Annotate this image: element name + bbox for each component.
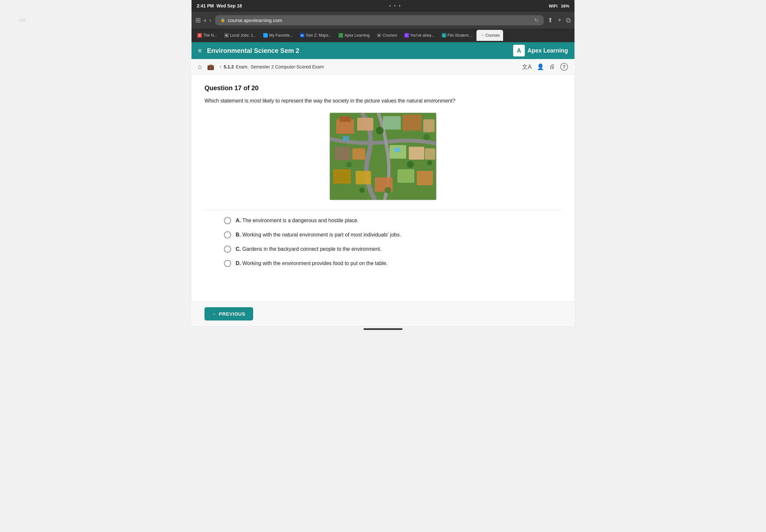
lock-icon: 🔒 — [220, 18, 225, 22]
svg-point-20 — [423, 134, 430, 140]
answer-choice-c[interactable]: C. Gardens in the backyard connect peopl… — [224, 245, 542, 253]
translate-icon[interactable]: 文A — [522, 63, 532, 71]
radio-b[interactable] — [224, 231, 231, 238]
browser-actions[interactable]: ⬆ + ⧉ — [548, 16, 571, 24]
radio-c[interactable] — [224, 246, 231, 253]
svg-rect-15 — [356, 171, 371, 185]
tab-apex-learning[interactable]: 🌿 Apex Learning — [335, 30, 372, 41]
question-text-after: likely to represent the way the society … — [261, 98, 456, 103]
wifi-icon: WiFi — [549, 4, 558, 8]
tab-label: Courses — [383, 33, 397, 38]
briefcase-button[interactable]: 💼 — [207, 63, 214, 70]
new-tab-icon[interactable]: + — [558, 17, 562, 24]
header-left: ≡ Environmental Science Sem 2 — [198, 47, 299, 54]
breadcrumb-title: Semester 2 Computer-Scored Exam — [250, 64, 324, 69]
tab-label: My Favorite... — [269, 33, 293, 38]
svg-point-19 — [376, 127, 384, 135]
reload-button[interactable]: ↻ — [534, 17, 539, 23]
apex-logo-icon: A — [513, 45, 525, 56]
tab-courses-active[interactable]: ✕ Courses — [477, 30, 503, 41]
status-icons: WiFi 16% — [549, 4, 569, 8]
apex-logo-text: Apex Learning — [528, 47, 568, 54]
tab-label: Apex Learning — [344, 33, 369, 38]
tab-youve-already[interactable]: ≡ You've alrea... — [401, 30, 438, 41]
previous-button[interactable]: ← PREVIOUS — [204, 307, 253, 320]
browser-chrome: ⊞ ‹ › 🔒 course.apexlearning.com AA ↻ ⬆ +… — [191, 12, 575, 29]
svg-point-21 — [407, 161, 414, 168]
aerial-image — [329, 113, 437, 200]
home-button[interactable]: ⌂ — [198, 63, 202, 70]
browser-controls[interactable]: ⊞ ‹ › — [195, 16, 211, 24]
url-display: course.apexlearning.com — [228, 18, 282, 23]
sub-header-right: 文A 👤 🖨 ? — [522, 63, 568, 71]
tab-gen-z[interactable]: BI Gen Z: Major... — [297, 30, 334, 41]
sub-header-left: ⌂ 💼 ↑ 5.1.2 Exam: Semester 2 Computer-Sc… — [198, 63, 324, 70]
tab-label: Filo Student:... — [448, 33, 473, 38]
tabs-bar: G The N... N Local Jobs: 1... → My Favor… — [191, 29, 575, 42]
choice-content-a: The environment is a dangerous and hosti… — [242, 218, 358, 223]
forward-button[interactable]: › — [209, 17, 211, 24]
apex-logo: A Apex Learning — [513, 45, 568, 56]
question-header: Question 17 of 20 — [204, 84, 562, 92]
svg-rect-2 — [339, 116, 351, 122]
date-display: Wed Sep 18 — [216, 3, 242, 8]
svg-rect-14 — [333, 169, 351, 184]
audio-icon[interactable]: 👤 — [537, 63, 544, 70]
tab-label: The N... — [203, 33, 217, 38]
choice-text-b: B. Working with the natural environment … — [236, 231, 401, 239]
dots-indicator: • • • — [389, 3, 401, 8]
answer-choice-a[interactable]: A. The environment is a dangerous and ho… — [224, 217, 542, 224]
print-icon[interactable]: 🖨 — [549, 63, 555, 70]
choice-text-a: A. The environment is a dangerous and ho… — [236, 217, 359, 224]
back-button[interactable]: ‹ — [204, 17, 206, 24]
tab-label: You've alrea... — [410, 33, 435, 38]
main-content: Question 17 of 20 Which statement is mos… — [191, 75, 575, 302]
help-icon[interactable]: ? — [560, 63, 568, 71]
battery-icon: 16% — [561, 4, 569, 8]
svg-rect-4 — [383, 116, 401, 130]
course-title: Environmental Science Sem 2 — [207, 47, 299, 54]
menu-icon[interactable]: ≡ — [198, 47, 202, 54]
choice-letter-c: C. — [236, 246, 242, 252]
tab-filo[interactable]: To Filo Student:... — [439, 30, 476, 41]
svg-rect-5 — [403, 115, 422, 131]
svg-rect-3 — [357, 118, 373, 131]
choice-content-d: Working with the environment provides fo… — [242, 260, 388, 266]
svg-rect-11 — [425, 148, 435, 160]
divider — [204, 210, 562, 210]
breadcrumb: ↑ 5.1.2 Exam: Semester 2 Computer-Scored… — [219, 64, 323, 69]
breadcrumb-arrow: ↑ — [219, 64, 222, 69]
choice-letter-d: D. — [236, 260, 242, 266]
choice-content-b: Working with the natural environment is … — [242, 232, 401, 237]
aerial-image-container — [204, 113, 562, 200]
question-italic: most — [250, 98, 261, 103]
answer-choice-b[interactable]: B. Working with the natural environment … — [224, 231, 542, 239]
tab-close-icon[interactable]: ✕ — [481, 33, 484, 38]
svg-rect-17 — [398, 169, 415, 183]
question-text: Which statement is most likely to repres… — [204, 97, 562, 105]
tab-label: Local Jobs: 1... — [230, 33, 256, 38]
breadcrumb-type: Exam: — [236, 64, 249, 69]
tab-label: Courses — [485, 33, 500, 38]
share-icon[interactable]: ⬆ — [548, 16, 553, 24]
radio-d[interactable] — [224, 260, 231, 267]
tab-my-favorite[interactable]: → My Favorite... — [260, 30, 296, 41]
answer-choice-d[interactable]: D. Working with the environment provides… — [224, 260, 542, 267]
svg-rect-7 — [334, 147, 351, 160]
breadcrumb-section: 5.1.2 — [224, 64, 234, 69]
status-bar: 2:41 PM Wed Sep 18 • • • WiFi 16% — [191, 0, 575, 12]
svg-rect-8 — [352, 148, 365, 160]
svg-rect-12 — [343, 136, 349, 141]
tab-courses-a[interactable]: A Courses — [373, 30, 401, 41]
svg-point-23 — [427, 160, 432, 165]
choice-letter-b: B. — [236, 232, 242, 237]
choice-content-c: Gardens in the backyard connect people t… — [242, 246, 381, 252]
svg-point-25 — [359, 187, 365, 193]
radio-a[interactable] — [224, 217, 231, 224]
tabs-icon[interactable]: ⧉ — [566, 17, 571, 24]
address-bar[interactable]: 🔒 course.apexlearning.com AA ↻ — [215, 15, 544, 25]
tab-local-jobs[interactable]: N Local Jobs: 1... — [221, 30, 260, 41]
sidebar-toggle-icon[interactable]: ⊞ — [195, 16, 201, 24]
choice-text-c: C. Gardens in the backyard connect peopl… — [236, 245, 381, 253]
tab-the-n[interactable]: G The N... — [194, 30, 220, 41]
